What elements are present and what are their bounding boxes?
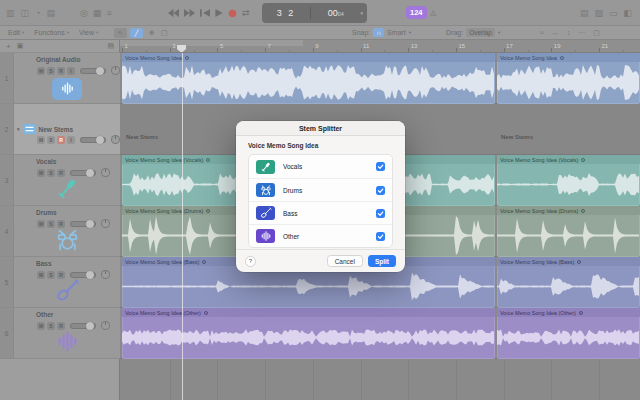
pan-knob[interactable] (101, 168, 110, 177)
bar-ruler[interactable]: 13579111315171921 (120, 40, 640, 53)
track-header-original-audio[interactable]: 1Original AudioMSRI (0, 53, 120, 104)
region-label: Voice Memo Song Idea (Other) (125, 310, 201, 316)
region-drums[interactable]: Voice Memo Song Idea (Drums) (497, 206, 640, 257)
lcd-time-seconds: 04 (338, 11, 344, 17)
quick-help-icon[interactable]: ◔ (35, 9, 40, 18)
track-name: Drums (36, 209, 57, 216)
checkbox-bass[interactable] (376, 209, 385, 218)
mute-button[interactable]: M (37, 322, 45, 330)
track-header-other[interactable]: 6OtherMSR (0, 308, 120, 359)
crosshair-icon[interactable]: ⊕ (149, 29, 155, 37)
checkbox-drums[interactable] (376, 186, 385, 195)
smart-controls-icon[interactable]: ◎ (80, 9, 88, 18)
metronome-icon[interactable]: ◬ (430, 8, 436, 17)
help-button[interactable]: ? (245, 256, 256, 267)
playhead[interactable] (182, 53, 183, 400)
record-enable-button[interactable]: R (57, 136, 65, 144)
volume-slider[interactable] (80, 68, 106, 74)
volume-slider[interactable] (70, 170, 96, 176)
checkbox-vocals[interactable] (376, 162, 385, 171)
mixer-icon[interactable]: ▦ (93, 9, 102, 18)
pan-knob[interactable] (111, 135, 120, 144)
play-button[interactable] (215, 9, 223, 17)
toolbar-toggle-icon[interactable]: ▤ (46, 9, 55, 18)
pan-knob[interactable] (101, 219, 110, 228)
panel-toggles: ◎ ▦ ≡ (80, 0, 112, 26)
library-icon[interactable]: ▥ (6, 9, 15, 18)
zoom-horizontal-icon[interactable]: ↔ (552, 29, 559, 36)
stop-button[interactable] (200, 9, 210, 17)
disclosure-triangle-icon[interactable]: ▾ (17, 126, 20, 132)
rewind-button[interactable] (168, 9, 179, 17)
mute-button[interactable]: M (37, 271, 45, 279)
region-other[interactable]: Voice Memo Song Idea (Other) (497, 308, 640, 359)
track-header-bass[interactable]: 5BassMSR (0, 257, 120, 308)
tempo-badge[interactable]: 124 (406, 6, 427, 19)
region-label: Voice Memo Song Idea (Vocals) (500, 157, 578, 163)
menu-functions[interactable]: Functions▾ (34, 29, 69, 36)
chevron-down-icon: ▾ (67, 30, 69, 35)
duplicate-track-button[interactable]: ▣ (17, 42, 24, 50)
pointer-tool-button[interactable]: ↖ (114, 28, 127, 38)
region-other[interactable]: Voice Memo Song Idea (Other) (122, 308, 495, 359)
track-header-drums[interactable]: 4DrumsMSR (0, 206, 120, 257)
solo-button[interactable]: S (47, 136, 55, 144)
region-vocals[interactable]: Voice Memo Song Idea (Vocals) (497, 155, 640, 206)
volume-slider[interactable] (70, 323, 96, 329)
cycle-range[interactable] (120, 40, 303, 46)
drag-value: Overlap (466, 28, 495, 37)
chevron-down-icon[interactable]: ▾ (360, 10, 363, 16)
more-icon[interactable]: ⋯ (578, 29, 585, 37)
mute-button[interactable]: M (37, 67, 45, 75)
notes-icon[interactable]: ▭ (609, 9, 618, 18)
cycle-icon[interactable]: ⇄ (242, 8, 250, 18)
volume-slider[interactable] (70, 221, 96, 227)
mute-button[interactable]: M (37, 169, 45, 177)
region-bass[interactable]: Voice Memo Song Idea (Bass) (497, 257, 640, 308)
waveform-zoom-icon[interactable]: ≈ (540, 29, 544, 36)
browsers-icon[interactable]: ▨ (594, 9, 603, 18)
track-header-vocals[interactable]: 3VocalsMSR (0, 155, 120, 206)
stem-label: Drums (283, 187, 302, 194)
mute-button[interactable]: M (37, 136, 45, 144)
bar-number: 19 (554, 43, 561, 49)
pan-knob[interactable] (101, 321, 110, 330)
pan-knob[interactable] (111, 66, 120, 75)
region-original-audio[interactable]: Voice Memo Song Idea (497, 53, 640, 104)
split-button[interactable]: Split (368, 255, 396, 267)
forward-button[interactable] (184, 9, 195, 17)
region-original-audio[interactable]: Voice Memo Song Idea (122, 53, 495, 104)
solo-button[interactable]: S (47, 67, 55, 75)
add-track-button[interactable]: + (6, 42, 11, 51)
record-enable-button[interactable]: R (57, 67, 65, 75)
record-button[interactable] (228, 9, 237, 18)
track-header-new-stems[interactable]: 2▾New StemsMSRI (0, 104, 120, 155)
editors-icon[interactable]: ≡ (106, 9, 111, 18)
lcd-display[interactable]: 3 2 0004 ▾ (262, 3, 367, 23)
input-monitor-button[interactable]: I (67, 136, 75, 144)
pan-knob[interactable] (101, 270, 110, 279)
volume-slider[interactable] (70, 272, 96, 278)
settings-icon[interactable]: ◧ (623, 9, 632, 18)
cancel-button[interactable]: Cancel (327, 255, 363, 267)
snap-control[interactable]: Snap: ∩ Smart ▾ (352, 26, 411, 39)
track-name: New Stems (39, 126, 74, 133)
stem-label: Vocals (283, 163, 302, 170)
mute-button[interactable]: M (37, 220, 45, 228)
playhead-marker[interactable] (177, 45, 186, 53)
volume-slider[interactable] (80, 137, 106, 143)
pencil-tool-button[interactable]: ╱ (130, 28, 143, 38)
input-monitor-button[interactable]: I (67, 67, 75, 75)
menu-view[interactable]: View▾ (79, 29, 98, 36)
drag-control[interactable]: Drag: Overlap ▾ (446, 26, 500, 39)
checkbox-other[interactable] (376, 232, 385, 241)
hide-tracks-icon[interactable]: ▤ (107, 42, 114, 50)
zoom-vertical-icon[interactable]: ↕ (567, 29, 571, 36)
menu-edit[interactable]: Edit▾ (8, 29, 24, 36)
overview-icon[interactable]: ▢ (593, 29, 600, 37)
region-badge-icon (581, 158, 585, 162)
frame-icon[interactable]: ▢ (161, 29, 168, 37)
loops-icon[interactable]: ◫ (21, 9, 30, 18)
list-editors-icon[interactable]: ▤ (580, 9, 589, 18)
chevron-down-icon: ▾ (409, 30, 411, 35)
